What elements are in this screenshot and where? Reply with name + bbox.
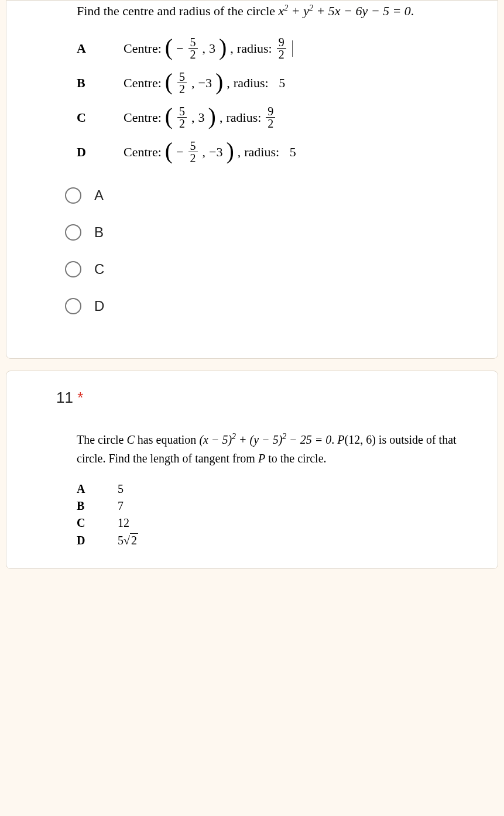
option-letter: C [77, 516, 118, 530]
var-C: C [127, 433, 135, 446]
radio-option-C[interactable]: C [65, 261, 477, 277]
option-value: 5 [118, 482, 124, 496]
option-def-A: A Centre: ( − 52 , 3 ) , radius: 92 [77, 36, 477, 60]
centre-label: Centre: [124, 41, 162, 56]
option-letter: D [77, 534, 118, 547]
radio-icon [65, 187, 81, 204]
option-def-C: C 12 [77, 516, 477, 530]
question-prompt: The circle C has equation (x − 5)2 + (y … [27, 430, 477, 468]
option-def-A: A 5 [77, 482, 477, 496]
option-def-C: C Centre: ( 52 , 3 ) , radius: 92 [77, 105, 477, 129]
radius-label: radius: [237, 41, 272, 56]
option-letter: A [77, 41, 124, 56]
cy: 3 [209, 41, 215, 56]
radio-label: B [94, 224, 104, 241]
cx-frac: 52 [177, 105, 187, 129]
radio-option-B[interactable]: B [65, 224, 477, 241]
cx-frac: 52 [177, 71, 187, 95]
question-number: 11 * [27, 389, 477, 407]
neg-sign: − [176, 145, 183, 160]
answer-definitions: A 5 B 7 C 12 D 5√2 [27, 482, 477, 547]
option-value: 12 [118, 516, 129, 530]
cx-frac: 52 [188, 36, 198, 60]
option-value: 7 [118, 499, 124, 513]
option-letter: C [77, 110, 124, 125]
radio-option-D[interactable]: D [65, 298, 477, 314]
cx-frac: 52 [188, 140, 198, 164]
cy: 3 [198, 110, 205, 125]
var-P: P [258, 452, 265, 465]
option-def-D: D 5√2 [77, 533, 477, 547]
radio-label: D [94, 298, 104, 314]
radius-frac: 92 [277, 36, 286, 60]
cy: −3 [209, 145, 222, 160]
option-letter: A [77, 482, 118, 496]
neg-sign: − [176, 41, 183, 56]
question-prompt: Find the centre and radius of the circle… [27, 1, 477, 19]
radio-group: A B C D [27, 187, 477, 314]
radius-frac: 92 [266, 105, 275, 129]
option-letter: D [77, 145, 124, 160]
point-P: P [337, 433, 344, 446]
option-value: 5√2 [118, 533, 138, 547]
radio-icon [65, 261, 81, 277]
question-card-11: 11 * The circle C has equation (x − 5)2 … [6, 371, 498, 569]
centre-label: Centre: [124, 76, 162, 91]
centre-label: Centre: [124, 145, 162, 160]
radius-label: radius: [234, 76, 269, 91]
equation: x2 + y2 + 5x − 6y − 5 = 0 [279, 4, 411, 18]
cursor-icon [292, 40, 293, 57]
required-asterisk: * [77, 389, 83, 406]
qnum-text: 11 [56, 389, 73, 406]
option-letter: B [77, 499, 118, 513]
question-card-10: Find the centre and radius of the circle… [6, 0, 498, 359]
option-def-B: B Centre: ( 52 , −3 ) , radius: 5 [77, 71, 477, 95]
radius-label: radius: [244, 145, 279, 160]
centre-label: Centre: [124, 110, 162, 125]
radio-icon [65, 298, 81, 314]
radius-val: 5 [290, 145, 296, 160]
option-def-D: D Centre: ( − 52 , −3 ) , radius: 5 [77, 140, 477, 164]
cy: −3 [198, 76, 212, 91]
option-def-B: B 7 [77, 499, 477, 513]
equation: (x − 5)2 + (y − 5)2 − 25 = 0 [199, 433, 331, 446]
option-letter: B [77, 76, 124, 91]
prompt-text: Find the centre and radius of the circle [77, 4, 279, 18]
radio-option-A[interactable]: A [65, 187, 477, 204]
radio-label: A [94, 187, 104, 204]
radio-icon [65, 224, 81, 241]
radio-label: C [94, 261, 104, 277]
answer-definitions: A Centre: ( − 52 , 3 ) , radius: 92 B Ce… [27, 36, 477, 164]
radius-label: radius: [226, 110, 261, 125]
radius-val: 5 [279, 76, 285, 91]
